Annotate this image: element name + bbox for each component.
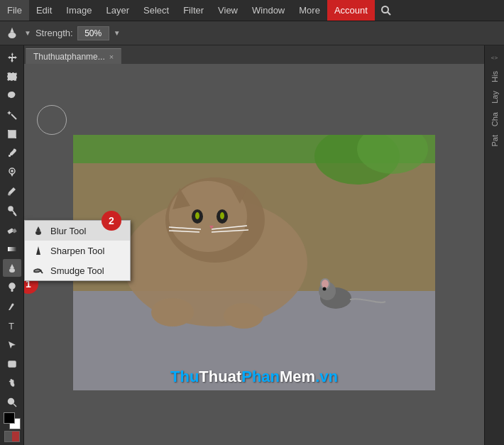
menu-account[interactable]: Account <box>327 0 375 21</box>
menu-select[interactable]: Select <box>136 0 176 21</box>
clone-stamp-tool[interactable] <box>3 202 21 219</box>
menu-more[interactable]: More <box>292 0 327 21</box>
blur-tool-flyout-icon <box>32 224 45 237</box>
search-icon <box>380 5 392 16</box>
blur-tool-icon-options <box>4 26 20 41</box>
right-panel: <> His Lay Cha Pat <box>484 45 504 445</box>
magic-wand-tool[interactable] <box>3 106 21 123</box>
tab-bar: Thuthuatphanme... × <box>24 45 484 64</box>
tool-flyout: 2 Blur Tool Sharpen Tool Smudge Tool <box>24 220 131 281</box>
marquee-tool[interactable] <box>3 67 21 85</box>
svg-point-2 <box>9 32 16 38</box>
crop-tool[interactable] <box>3 125 21 143</box>
pen-tool[interactable] <box>3 297 21 315</box>
shape-tool[interactable] <box>3 355 21 373</box>
path-select-tool[interactable] <box>3 336 21 353</box>
svg-marker-3 <box>10 27 14 32</box>
move-tool[interactable] <box>3 48 21 66</box>
tab-name: Thuthuatphanme... <box>33 52 105 62</box>
svg-line-23 <box>13 404 16 407</box>
brush-tool[interactable] <box>3 182 21 200</box>
paths-panel-tab[interactable]: Pat <box>488 131 502 151</box>
svg-point-10 <box>8 193 11 195</box>
quick-mask-toggle[interactable] <box>4 431 20 442</box>
tab-close-button[interactable]: × <box>109 53 114 61</box>
svg-point-52 <box>323 287 327 291</box>
menu-bar: File Edit Image Layer Select Filter View… <box>0 0 504 21</box>
strength-label: Strength: <box>35 28 73 38</box>
smudge-tool-label: Smudge Tool <box>50 265 104 276</box>
svg-rect-18 <box>11 289 13 292</box>
svg-point-17 <box>9 283 15 289</box>
search-button[interactable] <box>375 0 398 21</box>
menu-file[interactable]: File <box>0 0 29 21</box>
history-panel-tab[interactable]: His <box>488 67 502 87</box>
svg-line-1 <box>388 12 390 15</box>
main-layout: T 2 <box>0 45 504 445</box>
panel-collapse-arrow[interactable]: <> <box>485 48 504 67</box>
tool-cursor-circle <box>37 105 67 135</box>
foreground-color[interactable] <box>4 412 15 424</box>
heal-tool[interactable] <box>3 163 21 181</box>
menu-image[interactable]: Image <box>59 0 99 21</box>
blur-tool-label: Blur Tool <box>50 226 86 236</box>
sharpen-tool-flyout-icon <box>32 244 45 257</box>
strength-dropdown-arrow[interactable]: ▼ <box>114 29 121 37</box>
tool-dropdown[interactable]: ▼ <box>24 29 31 37</box>
smudge-tool-flyout-item[interactable]: Smudge Tool <box>25 260 130 280</box>
svg-line-5 <box>11 114 16 119</box>
sharpen-tool-flyout-item[interactable]: Sharpen Tool <box>25 241 130 260</box>
gradient-tool[interactable] <box>3 240 21 258</box>
svg-point-19 <box>11 303 13 305</box>
menu-window[interactable]: Window <box>245 0 292 21</box>
zoom-tool[interactable] <box>3 393 21 411</box>
svg-point-39 <box>195 212 199 219</box>
sharpen-tool-label: Sharpen Tool <box>50 246 104 256</box>
svg-point-51 <box>322 280 329 288</box>
color-swatch-area <box>4 412 21 445</box>
svg-point-46 <box>151 298 194 326</box>
text-tool[interactable]: T <box>3 317 21 334</box>
menu-view[interactable]: View <box>211 0 245 21</box>
hand-tool[interactable] <box>3 374 21 392</box>
tool-dropdown-arrow[interactable]: ▼ <box>24 29 31 37</box>
dodge-tool[interactable] <box>3 278 21 296</box>
document-tab[interactable]: Thuthuatphanme... × <box>26 48 121 64</box>
svg-marker-28 <box>36 246 40 255</box>
svg-point-40 <box>220 212 224 219</box>
svg-point-47 <box>224 303 263 329</box>
menu-layer[interactable]: Layer <box>99 0 137 21</box>
blur-tool[interactable] <box>3 259 21 277</box>
lasso-tool[interactable] <box>3 87 21 104</box>
left-toolbar: T <box>0 45 24 445</box>
svg-rect-6 <box>9 155 11 157</box>
channels-panel-tab[interactable]: Cha <box>488 108 502 131</box>
eraser-tool[interactable] <box>3 221 21 238</box>
annotation-2: 2 <box>102 211 121 231</box>
svg-marker-16 <box>10 264 14 268</box>
svg-rect-21 <box>9 361 16 367</box>
svg-point-26 <box>35 231 41 235</box>
smudge-tool-flyout-icon <box>32 264 45 277</box>
svg-text:T: T <box>9 321 14 331</box>
eyedropper-tool[interactable] <box>3 144 21 162</box>
layers-panel-tab[interactable]: Lay <box>488 87 502 108</box>
color-swatches[interactable] <box>4 412 21 429</box>
menu-edit[interactable]: Edit <box>29 0 59 21</box>
svg-rect-4 <box>8 73 16 80</box>
menu-filter[interactable]: Filter <box>176 0 211 21</box>
options-bar: ▼ Strength: ▼ <box>0 21 504 45</box>
svg-point-0 <box>382 6 388 13</box>
strength-input[interactable] <box>77 26 109 40</box>
svg-rect-14 <box>8 247 16 251</box>
svg-point-15 <box>9 268 15 273</box>
svg-marker-27 <box>36 226 40 231</box>
